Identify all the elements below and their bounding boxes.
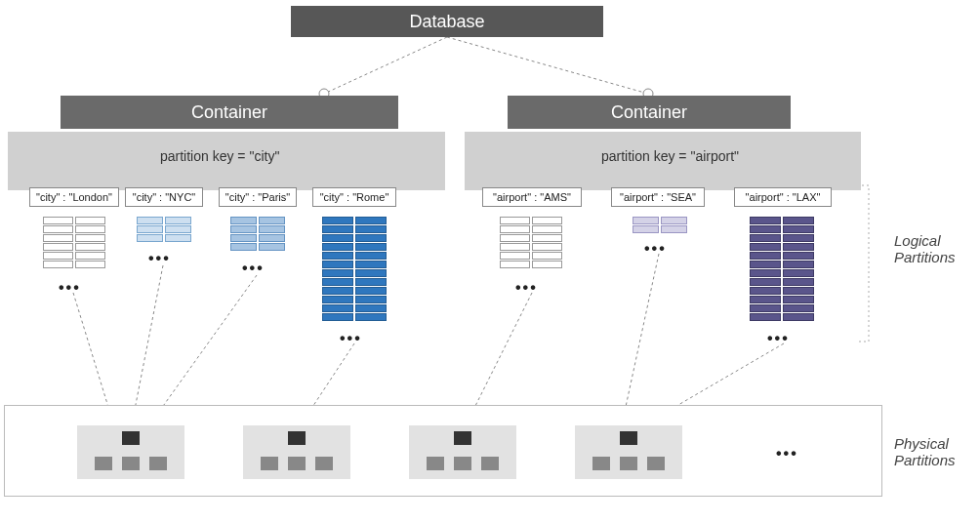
partition-cells [230,217,285,251]
logical-partition-label: "airport" : "SEA" [611,187,705,207]
logical-partitions-label: Logical Partitions [894,232,972,265]
database-label: Database [409,12,484,32]
logical-partition-label: "city" : "London" [29,187,119,207]
ellipsis-icon: ••• [148,250,171,267]
ellipsis-icon: ••• [644,240,667,258]
partition-cells [43,217,105,268]
container-box-right: Container [508,96,791,129]
logical-partition-label: "airport" : "AMS" [482,187,582,207]
database-box: Database [291,6,603,37]
ellipsis-icon: ••• [776,445,798,463]
ellipsis-icon: ••• [767,330,790,347]
partition-cells [750,217,814,321]
partition-cells [322,217,387,321]
ellipsis-icon: ••• [515,279,538,297]
physical-node [409,425,516,479]
physical-node [575,425,682,479]
physical-partitions-strip: ••• [4,405,882,497]
partition-key-label-left: partition key = "city" [160,148,279,164]
ellipsis-icon: ••• [340,330,362,347]
ellipsis-icon: ••• [242,260,265,277]
partition-key-label-right: partition key = "airport" [601,148,739,164]
container-box-left: Container [61,96,398,129]
container-label-left: Container [191,102,267,123]
partition-cells [137,217,191,242]
ellipsis-icon: ••• [59,279,81,297]
partition-cells [500,217,562,268]
physical-partitions-label: Physical Partitions [894,435,972,468]
logical-partition-label: "city" : "NYC" [125,187,203,207]
logical-partition-label: "city" : "Paris" [219,187,297,207]
svg-line-14 [621,254,659,429]
svg-line-2 [447,37,648,94]
svg-line-0 [324,37,447,94]
container-label-right: Container [611,102,687,123]
physical-node [243,425,350,479]
physical-node [77,425,184,479]
partition-cells [633,217,687,233]
logical-partition-label: "city" : "Rome" [312,187,396,207]
logical-partition-label: "airport" : "LAX" [734,187,832,207]
